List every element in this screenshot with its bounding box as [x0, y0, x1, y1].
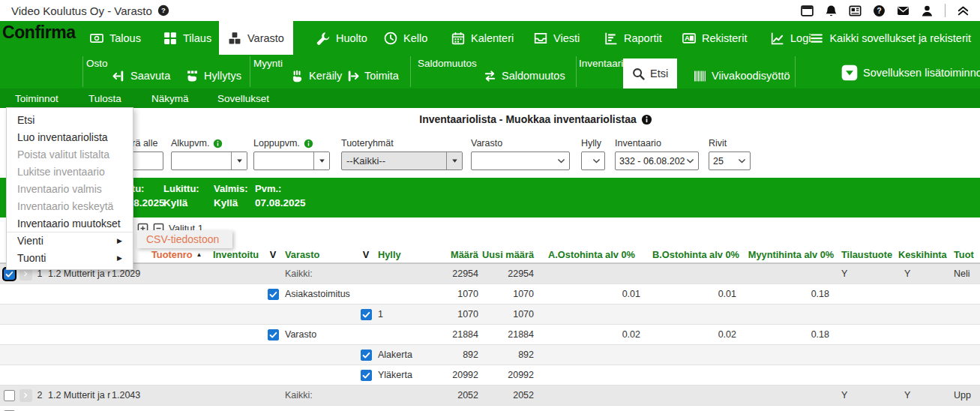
window-title-text: Video Koulutus Oy - Varasto [11, 4, 152, 17]
filter-select[interactable]: 25 [709, 152, 751, 170]
nav-item-raportit[interactable]: Raportit [595, 21, 671, 55]
menu-item-label: Luo inventaariolista [17, 131, 122, 143]
expander-cell [18, 365, 33, 385]
menu-item-vienti[interactable]: Vienti▶ [7, 232, 133, 249]
select-cell [0, 325, 18, 344]
shelf-name-cell: 1 [375, 304, 435, 324]
subnav-item-viivakoodisy-tt[interactable]: Viivakoodisyöttö [694, 67, 790, 85]
column-header-myyntihinta[interactable]: Myyntihinta alv 0% [744, 246, 838, 262]
product-number-cell [110, 365, 210, 385]
submenu-item-csv[interactable]: CSV-tiedostoon [137, 230, 232, 248]
mail-icon[interactable] [897, 4, 910, 17]
user-icon[interactable] [921, 4, 934, 17]
collapse-icon[interactable] [957, 4, 970, 17]
maara-cell: 892 [435, 345, 480, 364]
menu-item-lukitse-inventaario[interactable]: Lukitse inventaario [7, 163, 133, 180]
filter-select[interactable] [581, 152, 605, 170]
column-header-tuote[interactable]: Tuot [949, 246, 980, 262]
row-checkbox[interactable] [268, 289, 279, 300]
nav-item-label: Kalenteri [471, 32, 514, 44]
nav-item-tilaus[interactable]: Tilaus [154, 21, 220, 55]
nav-item-kalenteri[interactable]: Kalenteri [442, 21, 523, 55]
info-icon[interactable] [304, 139, 313, 148]
warehouse-select-cell [264, 284, 282, 304]
app-logo[interactable]: Confirma [2, 22, 76, 43]
filter-label-text: Alkupvm. [171, 138, 209, 148]
row-checkbox[interactable] [268, 329, 279, 340]
nav-item-huolto[interactable]: Huolto [307, 21, 376, 55]
menubar-item-sovellukset[interactable]: Sovellukset [217, 88, 269, 108]
column-header-tilaustuote[interactable]: Tilaustuote [838, 246, 895, 262]
subnav-item-label: Keräily [309, 70, 342, 82]
column-header-a-ostohinta[interactable]: A.Ostohinta alv 0% [535, 246, 648, 262]
menu-item-luo-inventaariolista[interactable]: Luo inventaariolista [7, 128, 133, 146]
nav-item-talous[interactable]: Talous [81, 21, 150, 55]
menu-item-etsi[interactable]: Etsi [7, 111, 133, 128]
filter-select[interactable] [471, 152, 570, 170]
filter-combo[interactable] [171, 152, 247, 170]
column-header-keskihinta[interactable]: Keskihinta [895, 246, 949, 262]
nav-item-varasto[interactable]: Varasto [219, 21, 293, 55]
dropdown-button[interactable] [446, 152, 462, 170]
bell-icon[interactable] [825, 4, 838, 17]
column-header-maara[interactable]: Määrä [435, 246, 480, 262]
column-header-v1[interactable]: V [264, 246, 282, 262]
menubar-item-n-kym[interactable]: Näkymä [151, 88, 189, 108]
column-header-inventoitu[interactable]: Inventoitu [210, 246, 264, 262]
cell-value: 21884 [508, 329, 534, 340]
shelf-select-cell [357, 264, 375, 284]
menu-item-inventaario-keskeyt[interactable]: Inventaario keskeytä [7, 197, 133, 214]
column-header-hylly[interactable]: Hylly [375, 246, 435, 262]
subnav-item-label: Saavuta [130, 70, 170, 82]
menubar-item-toiminnot[interactable]: Toiminnot [15, 88, 58, 108]
help-icon[interactable]: ? [873, 4, 886, 17]
hand-pick-icon [291, 70, 304, 82]
row-checkbox[interactable] [361, 309, 372, 320]
info-icon[interactable] [213, 139, 223, 148]
column-header-uusi-maara[interactable]: Uusi määrä [480, 246, 535, 262]
dropdown-button[interactable] [231, 152, 247, 170]
news-icon[interactable] [849, 4, 862, 17]
nav-item-kello[interactable]: Kello [375, 21, 436, 55]
menu-item-poista-valitut-listalta[interactable]: Poista valitut listalta [7, 146, 133, 163]
subnav-item-etsi[interactable]: Etsi [623, 58, 677, 88]
filter-combo[interactable]: --Kaikki-- [341, 152, 463, 170]
subnav-item-toimita[interactable]: Toimita [346, 67, 399, 85]
filter-select[interactable]: 332 - 06.08.2025 [615, 152, 699, 170]
cell-value: Neli [954, 268, 970, 279]
column-header-v2[interactable]: V [357, 246, 375, 262]
menubar-item-tulosta[interactable]: Tulosta [88, 88, 121, 108]
inventory-table: Tuotenro▲InventoituVVarastoVHyllyMääräUu… [0, 246, 980, 411]
submenu-arrow-icon: ▶ [117, 254, 122, 262]
row-number-cell [33, 304, 46, 324]
subnav-item-ker-ily[interactable]: Keräily [291, 67, 342, 85]
nav-item-viesti[interactable]: Viesti [525, 21, 589, 55]
help-badge-icon[interactable]: ? [157, 4, 169, 16]
row-checkbox[interactable] [361, 370, 372, 381]
subnav-item-saavuta[interactable]: Saavuta [112, 67, 170, 85]
select-cell [0, 284, 18, 304]
column-header-varasto[interactable]: Varasto [282, 246, 357, 262]
column-header-b-ostohinta[interactable]: B.Ostohinta alv 0% [648, 246, 744, 262]
window-icon[interactable] [801, 4, 814, 17]
subnav-item-label: Hyllytys [204, 70, 241, 82]
shelf-select-cell [357, 365, 375, 385]
row-checkbox[interactable] [4, 390, 15, 401]
nav-item-all-apps[interactable]: Kaikki sovellukset ja rekisterit [801, 21, 980, 55]
nav-item-rekisterit[interactable]: ARekisterit [673, 21, 756, 55]
dropdown-button[interactable] [313, 152, 329, 170]
subnav-item-saldomuutos[interactable]: Saldomuutos [484, 67, 565, 85]
row-checkbox[interactable] [361, 350, 372, 361]
menu-item-inventaario-muutokset[interactable]: Inventaario muutokset [7, 214, 133, 232]
caret-down-icon [318, 157, 326, 165]
subnav-item-sovelluksen-lisatoiminnot[interactable]: Sovelluksen lisätoiminnot [841, 64, 980, 82]
info-icon[interactable] [641, 114, 652, 125]
filter-label-text: Varasto [471, 138, 502, 148]
filter-rivit: Rivit25 [709, 136, 751, 150]
subnav-item-hyllytys[interactable]: Hyllytys [186, 67, 241, 85]
filter-combo[interactable] [253, 152, 330, 170]
menu-item-tuonti[interactable]: Tuonti▶ [7, 249, 133, 266]
product-group-cell: 1.2 Mutterit ja ruuvit [46, 386, 110, 405]
menu-item-inventaario-valmis[interactable]: Inventaario valmis [7, 180, 133, 197]
expand-row-icon[interactable] [19, 389, 32, 402]
